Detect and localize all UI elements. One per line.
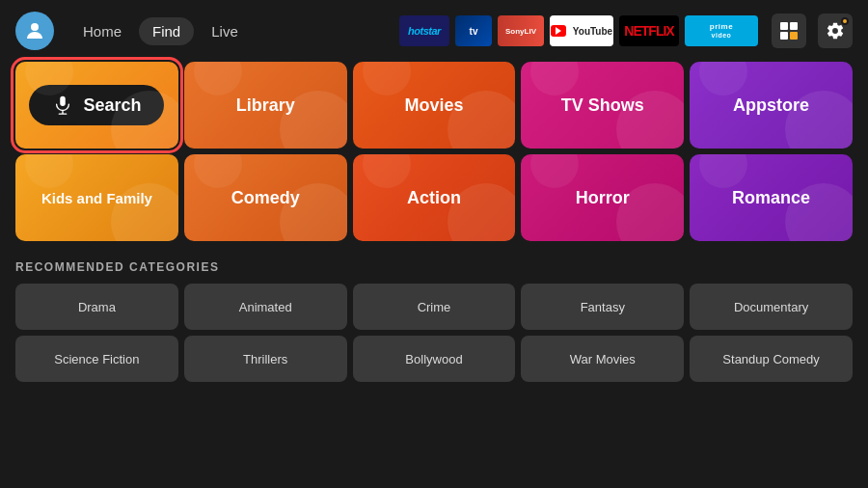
bollywood-tile[interactable]: Bollywood bbox=[353, 336, 516, 382]
svg-rect-1 bbox=[61, 96, 67, 106]
horror-label: Horror bbox=[576, 188, 630, 208]
kids-tile[interactable]: Kids and Family bbox=[15, 154, 178, 241]
thrillers-tile[interactable]: Thrillers bbox=[184, 336, 347, 382]
action-label: Action bbox=[407, 188, 461, 208]
notification-dot bbox=[841, 17, 849, 25]
sony-liv-icon[interactable]: SonyLIV bbox=[498, 15, 544, 46]
settings-button[interactable] bbox=[818, 14, 853, 48]
recommended-section: RECOMMENDED CATEGORIES Drama Animated Cr… bbox=[15, 260, 853, 382]
grid-icon bbox=[780, 22, 798, 40]
standup-comedy-tile[interactable]: Standup Comedy bbox=[690, 336, 853, 382]
svg-point-0 bbox=[31, 23, 39, 31]
yt-play-icon bbox=[551, 25, 566, 37]
comedy-label: Comedy bbox=[231, 188, 300, 208]
drama-tile[interactable]: Drama bbox=[15, 284, 178, 330]
action-tile[interactable]: Action bbox=[353, 154, 516, 241]
library-tile[interactable]: Library bbox=[184, 62, 347, 149]
war-movies-tile[interactable]: War Movies bbox=[521, 336, 684, 382]
documentary-tile[interactable]: Documentary bbox=[690, 284, 853, 330]
tv-shows-tile[interactable]: TV Shows bbox=[521, 62, 684, 149]
appstore-label: Appstore bbox=[733, 95, 809, 116]
avatar[interactable] bbox=[15, 12, 54, 50]
fantasy-tile[interactable]: Fantasy bbox=[521, 284, 684, 330]
netflix-icon[interactable]: NETFLIX bbox=[619, 15, 679, 46]
crime-tile[interactable]: Crime bbox=[353, 284, 516, 330]
search-tile[interactable]: Search bbox=[15, 62, 178, 149]
top-nav: Home Find Live hotstar tv SonyLIV YouTub… bbox=[0, 0, 868, 62]
comedy-tile[interactable]: Comedy bbox=[184, 154, 347, 241]
prime-video-icon[interactable]: prime video bbox=[685, 15, 758, 46]
nav-live[interactable]: Live bbox=[198, 17, 252, 45]
recommended-title: RECOMMENDED CATEGORIES bbox=[15, 260, 853, 274]
appstore-tile[interactable]: Appstore bbox=[690, 62, 853, 149]
category-grid: Search Library Movies TV Shows Appstore … bbox=[15, 62, 853, 241]
library-label: Library bbox=[236, 95, 295, 116]
nav-links: Home Find Live bbox=[69, 17, 252, 45]
animated-tile[interactable]: Animated bbox=[184, 284, 347, 330]
science-fiction-tile[interactable]: Science Fiction bbox=[15, 336, 178, 382]
search-label: Search bbox=[83, 95, 141, 116]
youtube-icon[interactable]: YouTube bbox=[550, 15, 613, 46]
recommended-grid: Drama Animated Crime Fantasy Documentary… bbox=[15, 284, 853, 382]
apps-grid-button[interactable] bbox=[772, 14, 806, 48]
kids-label: Kids and Family bbox=[41, 190, 152, 206]
app-icons: hotstar tv SonyLIV YouTube NETFLIX prime… bbox=[399, 15, 758, 46]
tv-shows-label: TV Shows bbox=[561, 95, 644, 116]
romance-label: Romance bbox=[732, 188, 810, 208]
nav-find[interactable]: Find bbox=[139, 17, 194, 45]
hotstar-icon[interactable]: hotstar bbox=[399, 15, 449, 46]
nav-home[interactable]: Home bbox=[69, 17, 135, 45]
sony-tv-icon[interactable]: tv bbox=[455, 15, 492, 46]
main-content: Search Library Movies TV Shows Appstore … bbox=[0, 62, 868, 393]
search-button[interactable]: Search bbox=[29, 85, 164, 125]
horror-tile[interactable]: Horror bbox=[521, 154, 684, 241]
movies-tile[interactable]: Movies bbox=[353, 62, 516, 149]
movies-label: Movies bbox=[404, 95, 463, 116]
mic-icon bbox=[52, 95, 73, 116]
romance-tile[interactable]: Romance bbox=[690, 154, 853, 241]
